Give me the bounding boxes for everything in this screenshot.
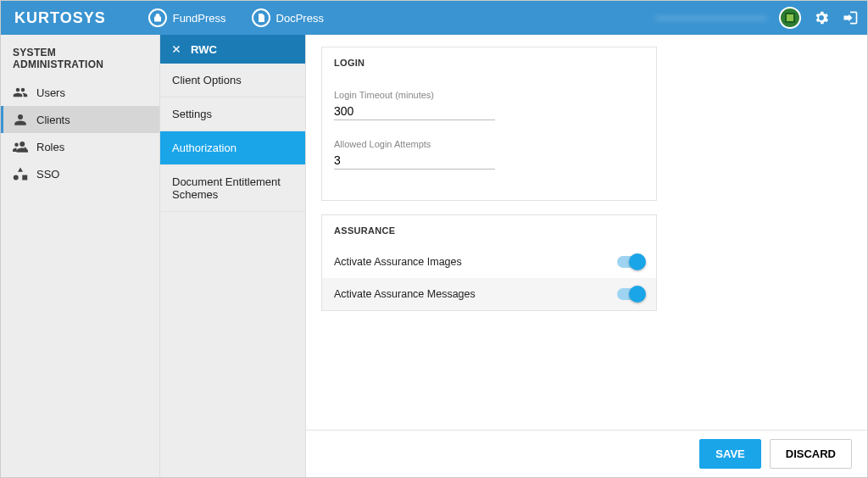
- assurance-images-toggle[interactable]: [617, 256, 644, 268]
- footer-actions: SAVE DISCARD: [306, 430, 867, 477]
- sub-panel: RWC Client Options Settings Authorizatio…: [160, 35, 306, 477]
- sidebar: SYSTEM ADMINISTRATION Users Clients Role…: [1, 35, 160, 477]
- sidebar-item-roles[interactable]: Roles: [1, 133, 159, 160]
- nav-docpress-label: DocPress: [276, 12, 324, 25]
- sub-item-authorization[interactable]: Authorization: [160, 131, 305, 165]
- client-icon: [13, 112, 28, 127]
- users-icon: [13, 85, 28, 100]
- login-card: LOGIN Login Timeout (minutes) Allowed Lo…: [321, 47, 657, 201]
- sidebar-heading: SYSTEM ADMINISTRATION: [1, 47, 159, 79]
- sso-icon: [13, 166, 28, 181]
- login-timeout-input[interactable]: [334, 103, 495, 120]
- gear-icon[interactable]: [813, 9, 830, 26]
- nav-docpress[interactable]: DocPress: [252, 8, 324, 27]
- assurance-images-row: Activate Assurance Images: [322, 246, 656, 278]
- sub-panel-header: RWC: [160, 35, 305, 64]
- login-card-title: LOGIN: [322, 47, 656, 78]
- assurance-messages-row: Activate Assurance Messages: [322, 278, 656, 310]
- fundpress-icon: [148, 8, 167, 27]
- sidebar-item-label: Clients: [36, 114, 70, 126]
- sidebar-item-label: SSO: [36, 168, 59, 181]
- avatar[interactable]: [779, 7, 801, 29]
- allowed-attempts-input[interactable]: [334, 152, 495, 170]
- assurance-messages-label: Activate Assurance Messages: [334, 288, 476, 300]
- save-button[interactable]: SAVE: [699, 439, 760, 469]
- close-icon[interactable]: [170, 43, 182, 55]
- sidebar-item-label: Users: [36, 86, 65, 99]
- brand-logo: KURTOSYS: [14, 9, 106, 27]
- roles-icon: [13, 139, 28, 154]
- docpress-icon: [252, 8, 270, 27]
- user-name: ———————————: [655, 12, 767, 24]
- logout-icon[interactable]: [842, 9, 859, 26]
- sub-item-document-entitlement[interactable]: Document Entitlement Schemes: [160, 165, 305, 212]
- sub-item-settings[interactable]: Settings: [160, 97, 305, 131]
- login-timeout-label: Login Timeout (minutes): [334, 90, 644, 100]
- sub-panel-title: RWC: [191, 43, 217, 56]
- main-area: LOGIN Login Timeout (minutes) Allowed Lo…: [306, 35, 867, 477]
- sidebar-item-users[interactable]: Users: [1, 79, 159, 106]
- allowed-attempts-label: Allowed Login Attempts: [334, 139, 644, 149]
- allowed-attempts-field: Allowed Login Attempts: [334, 139, 644, 170]
- assurance-card: ASSURANCE Activate Assurance Images Acti…: [321, 214, 657, 311]
- sidebar-item-sso[interactable]: SSO: [1, 160, 159, 187]
- top-bar: KURTOSYS FundPress DocPress ———————————: [1, 1, 867, 35]
- assurance-messages-toggle[interactable]: [617, 288, 644, 300]
- assurance-images-label: Activate Assurance Images: [334, 256, 462, 268]
- sidebar-item-clients[interactable]: Clients: [1, 106, 159, 133]
- nav-fundpress[interactable]: FundPress: [148, 8, 226, 27]
- nav-fundpress-label: FundPress: [173, 12, 226, 25]
- sub-item-client-options[interactable]: Client Options: [160, 64, 305, 97]
- user-area: ———————————: [655, 7, 859, 29]
- discard-button[interactable]: DISCARD: [770, 439, 852, 469]
- assurance-card-title: ASSURANCE: [322, 215, 656, 246]
- login-timeout-field: Login Timeout (minutes): [334, 90, 644, 120]
- sidebar-item-label: Roles: [36, 141, 64, 153]
